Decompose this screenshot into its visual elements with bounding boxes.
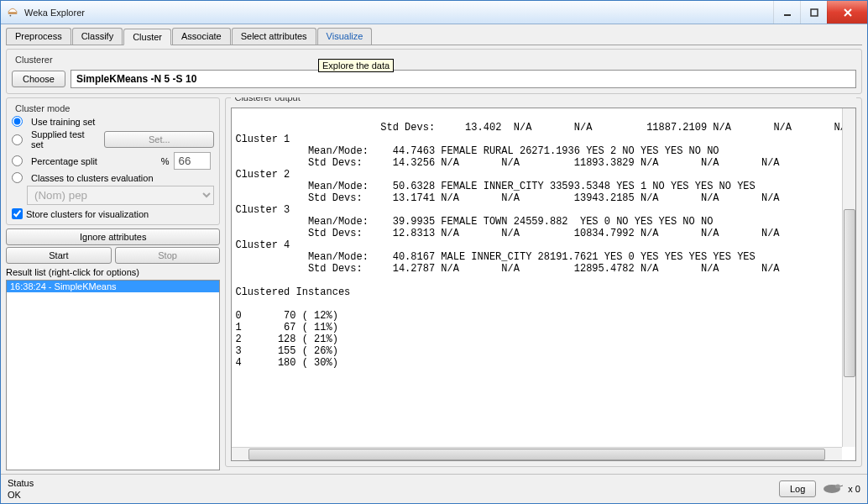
status-bar: Status OK Log x 0 xyxy=(1,474,867,503)
minimize-button[interactable] xyxy=(773,1,800,24)
result-list-title: Result list (right-click for options) xyxy=(6,267,220,277)
svg-rect-0 xyxy=(8,12,18,14)
output-text[interactable]: Std Devs: 13.402 N/A N/A 11887.2109 N/A … xyxy=(231,108,856,461)
tab-classify[interactable]: Classify xyxy=(72,28,123,45)
svg-rect-3 xyxy=(811,9,818,16)
clusterer-config[interactable]: SimpleKMeans -N 5 -S 10 xyxy=(71,70,856,88)
stop-button[interactable]: Stop xyxy=(115,247,221,264)
window-controls xyxy=(773,1,867,24)
titlebar[interactable]: Weka Explorer xyxy=(1,1,867,24)
clusterer-legend: Clusterer xyxy=(12,55,56,65)
svg-point-1 xyxy=(10,14,12,16)
window-title: Weka Explorer xyxy=(24,8,773,18)
start-button[interactable]: Start xyxy=(6,247,112,264)
status-label: Status xyxy=(8,478,779,488)
label-classes-to-clusters[interactable]: Classes to clusters evaluation xyxy=(31,173,154,183)
percent-value[interactable] xyxy=(174,152,211,170)
label-use-training[interactable]: Use training set xyxy=(31,117,95,127)
output-content: Std Devs: 13.402 N/A N/A 11887.2109 N/A … xyxy=(235,122,852,369)
log-button[interactable]: Log xyxy=(779,480,816,497)
close-button[interactable] xyxy=(827,1,867,24)
output-legend: Clusterer output xyxy=(231,97,856,102)
horizontal-scrollbar[interactable] xyxy=(232,447,842,460)
status-value: OK xyxy=(8,490,779,500)
content-area: Preprocess Classify Cluster Associate Se… xyxy=(1,24,867,474)
tab-select-attributes[interactable]: Select attributes xyxy=(232,28,316,45)
radio-use-training[interactable] xyxy=(12,116,23,127)
radio-percentage-split[interactable] xyxy=(12,155,23,166)
ignore-attributes-button[interactable]: Ignore attributes xyxy=(6,228,220,245)
cluster-mode-panel: Cluster mode Use training set Supplied t… xyxy=(6,97,220,225)
result-list[interactable]: 16:38:24 - SimpleKMeans xyxy=(6,280,220,470)
vertical-scrollbar[interactable] xyxy=(842,108,855,447)
horizontal-scroll-thumb[interactable] xyxy=(248,449,825,460)
cluster-mode-legend: Cluster mode xyxy=(12,103,73,113)
app-icon xyxy=(6,6,19,19)
choose-button[interactable]: Choose xyxy=(12,71,65,87)
tab-bar: Preprocess Classify Cluster Associate Se… xyxy=(6,28,862,45)
clusterer-config-text: SimpleKMeans -N 5 -S 10 xyxy=(76,73,196,85)
radio-supplied-test[interactable] xyxy=(12,134,23,145)
tab-cluster[interactable]: Cluster xyxy=(123,29,171,45)
svg-point-7 xyxy=(835,485,840,489)
result-item[interactable]: 16:38:24 - SimpleKMeans xyxy=(7,281,219,292)
class-attribute-select[interactable]: (Nom) pep xyxy=(27,186,214,205)
task-count: x 0 xyxy=(848,484,860,494)
set-test-button[interactable]: Set... xyxy=(104,131,214,148)
maximize-button[interactable] xyxy=(800,1,827,24)
radio-classes-to-clusters[interactable] xyxy=(12,172,23,183)
tab-associate[interactable]: Associate xyxy=(172,28,231,45)
clusterer-panel: Clusterer Choose SimpleKMeans -N 5 -S 10 xyxy=(6,49,862,94)
vertical-scroll-thumb[interactable] xyxy=(844,209,855,377)
app-window: Weka Explorer Preprocess Classify Cluste… xyxy=(0,0,868,504)
output-panel: Clusterer output Std Devs: 13.402 N/A N/… xyxy=(225,97,862,467)
label-supplied-test[interactable]: Supplied test set xyxy=(31,129,94,150)
store-clusters-label[interactable]: Store clusters for visualization xyxy=(26,209,149,219)
percent-symbol: % xyxy=(161,156,170,166)
tab-visualize[interactable]: Visualize xyxy=(317,28,373,45)
store-clusters-checkbox[interactable] xyxy=(12,208,23,219)
tab-preprocess[interactable]: Preprocess xyxy=(6,28,71,45)
label-percentage-split[interactable]: Percentage split xyxy=(31,156,97,166)
weka-bird-icon xyxy=(821,480,843,497)
tooltip-explore-data: Explore the data xyxy=(318,59,394,72)
